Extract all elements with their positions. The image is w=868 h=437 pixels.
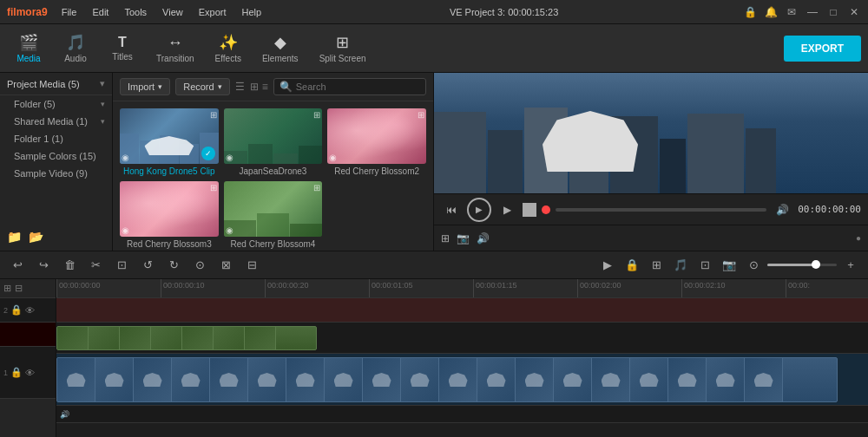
menu-view[interactable]: View [159, 5, 187, 19]
app-logo: filmora9 [7, 6, 48, 18]
track2-num: 2 [3, 306, 8, 315]
track1-thumbs [57, 358, 783, 401]
thumbnail-cherry3[interactable]: ⊞ ◉ Red Cherry Blossom3 [120, 181, 219, 249]
preview-ship [542, 111, 638, 172]
sidebar-item-colors[interactable]: Sample Colors (15) [0, 147, 112, 165]
search-bar: 🔍 [273, 78, 426, 95]
tl-snap-icon[interactable]: ⊞ [646, 255, 667, 276]
tl-audio-icon[interactable]: 🎵 [670, 255, 691, 276]
menu-help[interactable]: Help [239, 5, 266, 19]
tl-settings-icon[interactable]: ⊡ [694, 255, 715, 276]
maximize-button[interactable]: □ [826, 5, 840, 19]
mail-icon[interactable]: ✉ [785, 5, 799, 19]
toolbar-titles[interactable]: T Titles [101, 31, 144, 65]
import-button[interactable]: Import ▾ [120, 78, 170, 95]
shared-chevron: ▾ [101, 117, 105, 126]
rotate-right-button[interactable]: ↻ [163, 255, 184, 276]
toolbar-splitscreen[interactable]: ⊞ Split Screen [311, 29, 375, 67]
rotate-left-button[interactable]: ↺ [137, 255, 158, 276]
audio-label: Audio [64, 54, 87, 63]
track2-eye-icon[interactable]: 👁 [25, 305, 35, 316]
play-button[interactable]: ▶ [467, 198, 491, 222]
ship-icon [716, 373, 735, 387]
record-button[interactable]: Record ▾ [175, 78, 229, 95]
cherry3-label: Red Cherry Blossom3 [120, 239, 219, 249]
zoom-slider[interactable] [767, 264, 837, 266]
menu-edit[interactable]: Edit [89, 5, 112, 19]
track-options-button[interactable]: ⊟ [15, 283, 23, 294]
audio-icon: 🎵 [66, 33, 85, 52]
track1-lock-icon[interactable]: 🔒 [10, 367, 23, 378]
clip-thumb [248, 358, 286, 401]
thumbnail-hk[interactable]: ⊞ ◉ ✓ Hong Kong Drone5 Clip [120, 108, 219, 176]
tl-lock-icon[interactable]: 🔒 [621, 255, 642, 276]
tl-camera-icon[interactable]: 📷 [719, 255, 740, 276]
notification-icon[interactable]: 🔔 [764, 5, 778, 19]
cherry4-corner-icon: ⊞ [313, 183, 320, 192]
add-track-button[interactable]: ⊞ [3, 283, 11, 294]
crop-button[interactable]: ⊡ [111, 255, 132, 276]
close-button[interactable]: ✕ [847, 5, 861, 19]
grid-view-icon[interactable]: ⊞ [250, 81, 259, 93]
export-button[interactable]: EXPORT [784, 36, 861, 62]
lock-icon[interactable]: 🔒 [743, 5, 757, 19]
import-chevron: ▾ [158, 82, 162, 91]
undo-button[interactable]: ↩ [7, 255, 28, 276]
ship-icon [602, 373, 621, 387]
redo-button[interactable]: ↪ [33, 255, 54, 276]
snapshot-icon[interactable]: 📷 [457, 232, 470, 245]
sidebar-item-shared[interactable]: Shared Media (1) ▾ [0, 113, 112, 130]
track2-bg [56, 298, 868, 322]
list-view-icon[interactable]: ≡ [262, 81, 268, 93]
minimize-button[interactable]: — [806, 5, 819, 19]
skip-back-button[interactable]: ⏮ [441, 199, 462, 220]
play-forward-button[interactable]: ▶ [496, 199, 517, 220]
add-media-icon[interactable]: 📂 [29, 230, 43, 244]
filter-icon[interactable]: ☰ [235, 81, 245, 93]
toolbar-audio[interactable]: 🎵 Audio [54, 29, 97, 67]
menu-export[interactable]: Export [195, 5, 230, 19]
volume-setting-icon[interactable]: 🔊 [477, 232, 490, 245]
add-folder-icon[interactable]: 📁 [7, 230, 22, 244]
thumbnail-cherry4[interactable]: ⊞ ◉ Red Cherry Blossom4 [224, 181, 323, 249]
toolbar-effects[interactable]: ✨ Effects [207, 29, 250, 67]
toolbar-elements[interactable]: ◆ Elements [253, 29, 307, 67]
stop-button[interactable] [523, 203, 536, 217]
timeline-track-controls: ⊞ ⊟ 2 🔒 👁 1 🔒 👁 [0, 279, 56, 437]
timeline-ruler-header: ⊞ ⊟ [0, 279, 56, 298]
track2-clip[interactable] [56, 326, 317, 350]
sidebar-item-video[interactable]: Sample Video (9) [0, 165, 112, 182]
track2-lock-icon[interactable]: 🔒 [10, 304, 23, 316]
tl-zoom-in-icon[interactable]: + [840, 255, 861, 276]
cut-button[interactable]: ✂ [85, 255, 106, 276]
stabilize-button[interactable]: ⊠ [215, 255, 236, 276]
preview-video [434, 73, 868, 193]
delete-button[interactable]: 🗑 [59, 255, 80, 276]
sidebar-item-folder[interactable]: Folder (5) ▾ [0, 95, 112, 113]
title-bar-right: 🔒 🔔 ✉ — □ ✕ [743, 5, 861, 19]
sidebar-collapse-icon[interactable]: ▾ [100, 78, 105, 89]
speed-button[interactable]: ⊙ [189, 255, 210, 276]
adjust-button[interactable]: ⊟ [241, 255, 262, 276]
track1-clip[interactable] [56, 357, 838, 402]
folder-chevron: ▾ [101, 100, 105, 108]
cherry4-label: Red Cherry Blossom4 [224, 239, 323, 249]
transition-icon: ↔ [168, 34, 183, 52]
search-input[interactable] [296, 82, 420, 92]
menu-tools[interactable]: Tools [121, 5, 150, 19]
tl-playback-icon[interactable]: ▶ [597, 255, 618, 276]
timeline-right-controls: ▶ 🔒 ⊞ 🎵 ⊡ 📷 ⊙ + [597, 255, 861, 276]
sidebar-item-folder1[interactable]: Folder 1 (1) [0, 130, 112, 147]
menu-file[interactable]: File [58, 5, 81, 19]
volume-icon[interactable]: 🔊 [772, 199, 792, 220]
tl-record-icon[interactable]: ⊙ [743, 255, 764, 276]
track1-eye-icon[interactable]: 👁 [25, 368, 35, 378]
toolbar-transition[interactable]: ↔ Transition [148, 30, 203, 67]
clip-thumb [401, 358, 439, 401]
toolbar-media[interactable]: 🎬 Media [7, 29, 50, 67]
thumbnail-cherry2[interactable]: ⊞ ◉ Red Cherry Blossom2 [327, 108, 426, 176]
thumbnail-japan[interactable]: ⊞ ◉ JapanSeaDrone3 [224, 108, 323, 176]
progress-bar[interactable] [556, 208, 766, 212]
resolution-icon[interactable]: ⊞ [441, 232, 450, 245]
clip-thumb [363, 358, 401, 401]
